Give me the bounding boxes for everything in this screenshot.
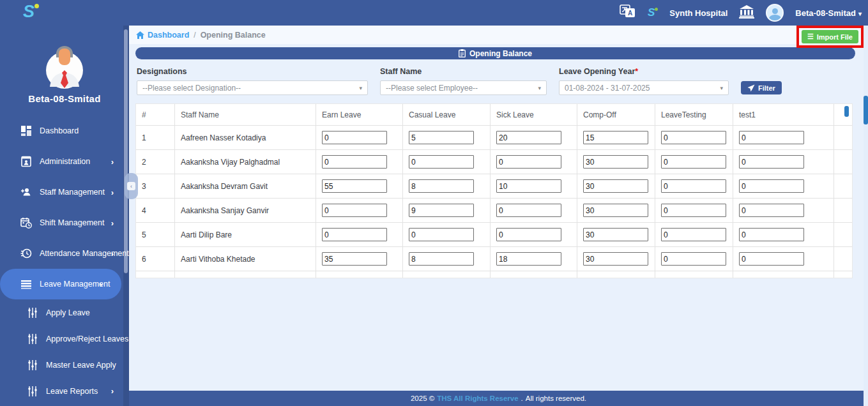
sidebar-subitem-approve-reject-leaves[interactable]: Approve/Reject Leaves [0,326,129,352]
staff-name-cell: Aakanksha Sanjay Ganvir [175,199,316,222]
sick-leave-input[interactable] [496,155,561,169]
sidebar-item-attendance-management[interactable]: Attendance Management › [0,238,129,269]
staff-name-cell: Aarti Vithoba Khetade [175,247,316,271]
sick-leave-input[interactable] [496,131,561,144]
table-row-partial [136,271,852,278]
leavetesting-input[interactable] [661,204,726,217]
logo-dot-icon [34,4,39,8]
institution-icon[interactable] [739,4,754,21]
sidebar-subitem-master-leave-apply[interactable]: Master Leave Apply [0,352,129,378]
import-file-button[interactable]: ☰ Import File [802,30,858,43]
menu-lines-icon [20,278,32,290]
column-header: Staff Name [175,104,316,125]
breadcrumb-current: Opening Balance [201,31,266,40]
sick-leave-input[interactable] [496,179,561,193]
staff-name-cell: Aafreen Nasser Kotadiya [175,126,316,149]
chevron-right-icon: › [111,157,114,167]
leavetesting-input[interactable] [661,131,726,144]
leavetesting-input[interactable] [661,155,726,169]
casual-leave-input[interactable] [409,252,474,266]
casual-leave-input[interactable] [409,204,474,217]
breadcrumb-dashboard-link[interactable]: Dashboard [136,31,189,40]
leavetesting-input[interactable] [661,228,726,241]
comp-off-input[interactable] [583,179,648,193]
comp-off-input[interactable] [583,155,648,169]
comp-off-input[interactable] [583,204,648,217]
sidebar-nav: Dashboard Administration › Staff Managem… [0,116,129,404]
footer-link[interactable]: THS All Rights Reserve [437,395,518,402]
staff-name-cell: Aakanksha Vijay Palghadmal [175,150,316,174]
designations-label: Designations [137,67,368,76]
earn-leave-input[interactable] [322,228,387,241]
comp-off-input[interactable] [583,131,648,144]
casual-leave-input[interactable] [409,155,474,169]
sidebar-item-dashboard[interactable]: Dashboard [0,116,129,146]
hospital-name: Synth Hospital [669,8,727,18]
table-row: 1 Aafreen Nasser Kotadiya [136,126,852,150]
column-header: LeaveTesting [655,104,733,125]
footer-rights: All rights reserved. [526,395,586,402]
sidebar-item-leave-management[interactable]: Leave Management › [0,269,121,299]
sidebar-subitem-label: Approve/Reject Leaves [46,335,128,343]
sick-leave-input[interactable] [496,228,561,241]
sidebar-item-staff-management[interactable]: Staff Management › [0,177,129,207]
sidebar-subitem-leave-reports[interactable]: Leave Reports › [0,378,129,404]
earn-leave-input[interactable] [322,131,387,144]
test1-input[interactable] [739,131,804,144]
sidebar-item-administration[interactable]: Administration › [0,146,129,177]
staff-name-cell: Aarti Dilip Bare [175,223,316,246]
sidebar-item-label: Administration [40,157,90,166]
designations-select[interactable]: --Please select Designation-- ▾ [137,80,368,95]
casual-leave-input[interactable] [409,179,474,193]
sick-leave-input[interactable] [496,252,561,266]
breadcrumb: Dashboard / Opening Balance ☰ Import Fil… [129,26,864,44]
test1-input[interactable] [739,179,804,193]
earn-leave-input[interactable] [322,204,387,217]
leavetesting-input[interactable] [661,179,726,193]
test1-input[interactable] [739,155,804,169]
test1-input[interactable] [739,228,804,241]
sidebar-subitem-apply-leave[interactable]: Apply Leave [0,299,129,326]
sidebar-item-label: Dashboard [40,126,79,135]
earn-leave-input[interactable] [322,179,387,193]
comp-off-input[interactable] [583,228,648,241]
leavetesting-input[interactable] [661,252,726,266]
sidebar-collapse-handle[interactable]: ‹ [125,173,138,199]
row-number: 2 [136,150,175,174]
earn-leave-input[interactable] [322,252,387,266]
chevron-right-icon: › [111,386,114,396]
page-scrollbar-thumb[interactable] [864,96,868,124]
staff-name-label: Staff Name [380,67,547,76]
table-row: 4 Aakanksha Sanjay Ganvir [136,199,852,223]
row-number: 5 [136,223,175,246]
filter-button[interactable]: Filter [741,81,782,94]
test1-input[interactable] [739,252,804,266]
profile-avatar [41,42,88,89]
row-number: 3 [136,174,175,198]
required-asterisk: * [635,67,638,76]
clock-icon [20,248,32,259]
casual-leave-input[interactable] [409,228,474,241]
select-caret-icon: ▾ [538,85,541,91]
caret-down-icon: ▾ [858,10,862,17]
test1-input[interactable] [739,204,804,217]
sick-leave-input[interactable] [496,204,561,217]
table-scrollbar-thumb[interactable] [844,106,849,117]
user-avatar[interactable] [766,4,784,22]
comp-off-input[interactable] [583,252,648,266]
column-header: Casual Leave [403,104,491,125]
app-logo[interactable]: S [23,2,39,22]
staff-name-select[interactable]: --Please select Employee-- ▾ [380,80,547,95]
page-scrollbar[interactable] [864,26,868,406]
list-icon: ☰ [807,33,814,41]
earn-leave-input[interactable] [322,155,387,169]
footer-year: 2025 © [411,395,434,402]
casual-leave-input[interactable] [409,131,474,144]
sidebar-item-shift-management[interactable]: Shift Management › [0,207,129,238]
leave-opening-year-select[interactable]: 01-08-2024 - 31-07-2025 ▾ [559,80,729,95]
sidebar-item-label: Shift Management [40,218,104,227]
staff-name-cell: Aakanksha Devram Gavit [175,174,316,198]
table-header-row: # Staff Name Earn Leave Casual Leave Sic… [136,104,852,126]
user-menu[interactable]: Beta-08-Smitad▾ [795,8,862,18]
translate-icon[interactable]: A [620,4,636,22]
